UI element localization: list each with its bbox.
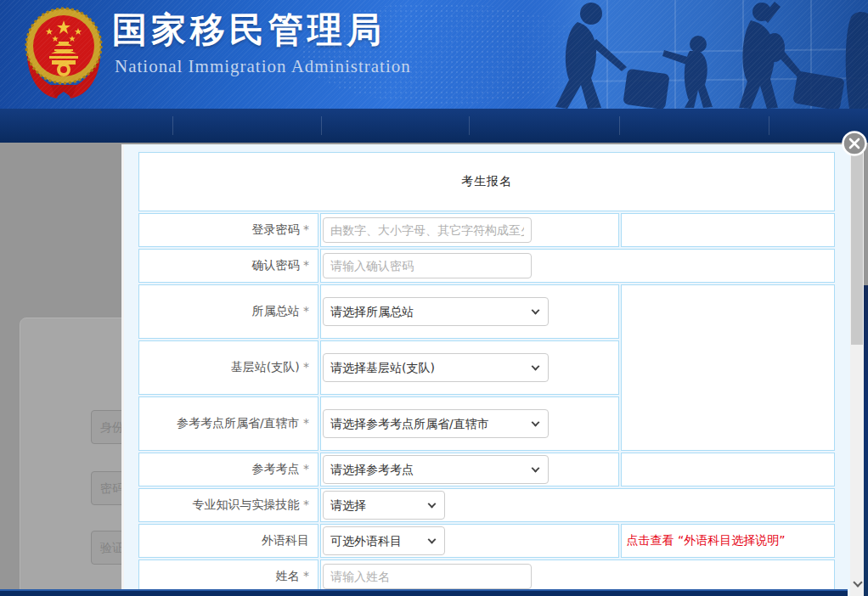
exam-site-select-wrap: 请选择参考考点 bbox=[323, 455, 549, 484]
scrollbar-thumb[interactable] bbox=[851, 146, 863, 345]
foreign-language-label: 外语科目 bbox=[138, 524, 318, 558]
main-nav[interactable] bbox=[0, 109, 868, 143]
confirm-password-input[interactable] bbox=[323, 253, 532, 278]
page-footer-bar bbox=[0, 589, 848, 596]
exam-province-select[interactable]: 请选择参考考点所属省/直辖市 bbox=[323, 409, 549, 438]
foreign-language-field-cell: 可选外语科目 bbox=[320, 524, 618, 558]
nav-divider bbox=[619, 116, 620, 135]
login-password-input[interactable] bbox=[323, 217, 532, 243]
national-emblem-icon bbox=[23, 2, 104, 102]
head-station-select-wrap: 请选择所属总站 bbox=[323, 297, 549, 326]
exam-province-field-cell: 请选择参考考点所属省/直辖市 bbox=[320, 396, 618, 451]
org-name-zh: 国家移民管理局 bbox=[112, 7, 386, 53]
professional-skill-field-cell: 请选择 bbox=[320, 488, 835, 522]
nav-divider bbox=[321, 116, 322, 135]
foreign-language-select[interactable]: 可选外语科目 bbox=[323, 526, 445, 555]
screen: 国家移民管理局 National Immigration Administrat… bbox=[0, 0, 868, 596]
required-marker: * bbox=[303, 416, 309, 430]
exam-site-note-cell bbox=[621, 453, 836, 486]
nav-divider bbox=[769, 116, 769, 135]
form-row-head-station: 所属总站 *请选择所属总站 bbox=[138, 284, 835, 339]
base-station-label: 基层站(支队) * bbox=[138, 340, 318, 395]
scroll-down-arrow-icon[interactable] bbox=[854, 579, 860, 586]
login-password-label: 登录密码 * bbox=[138, 213, 318, 247]
login-password-field-cell bbox=[320, 213, 618, 247]
required-marker: * bbox=[303, 360, 309, 374]
registration-modal: 考生报名 登录密码 *确认密码 *所属总站 *请选择所属总站基层站(支队) *请… bbox=[121, 144, 861, 596]
required-marker: * bbox=[303, 258, 309, 272]
exam-site-label: 参考考点 * bbox=[138, 453, 318, 486]
station-note-cell bbox=[621, 284, 836, 451]
head-station-select[interactable]: 请选择所属总站 bbox=[323, 297, 549, 326]
world-map-dots-decoration bbox=[302, 3, 599, 104]
form-row-professional-skill: 专业知识与实操技能 *请选择 bbox=[138, 488, 835, 522]
head-station-field-cell: 请选择所属总站 bbox=[320, 284, 618, 339]
confirm-password-label: 确认密码 * bbox=[138, 249, 318, 283]
form-row-exam-site: 参考考点 *请选择参考考点 bbox=[138, 453, 835, 486]
required-marker: * bbox=[303, 462, 309, 475]
foreign-language-note-cell: 点击查看 “外语科目选择说明” bbox=[621, 524, 836, 558]
professional-skill-select[interactable]: 请选择 bbox=[323, 491, 445, 520]
head-station-label: 所属总站 * bbox=[138, 284, 318, 339]
nav-divider bbox=[172, 116, 173, 135]
form-row-confirm-password: 确认密码 * bbox=[138, 249, 835, 283]
registration-form-table: 考生报名 登录密码 *确认密码 *所属总站 *请选择所属总站基层站(支队) *请… bbox=[137, 150, 837, 595]
name-field-cell bbox=[320, 559, 835, 593]
confirm-password-field-cell bbox=[320, 249, 835, 283]
required-marker: * bbox=[303, 569, 309, 582]
name-input[interactable] bbox=[323, 564, 532, 589]
foreign-language-select-wrap: 可选外语科目 bbox=[323, 526, 445, 555]
name-label: 姓名 * bbox=[138, 559, 318, 593]
nav-divider bbox=[469, 116, 470, 135]
exam-province-label: 参考考点所属省/直辖市 * bbox=[138, 396, 318, 451]
required-marker: * bbox=[303, 498, 309, 511]
travelers-photo bbox=[518, 0, 868, 109]
required-marker: * bbox=[303, 222, 309, 236]
form-row-login-password: 登录密码 * bbox=[138, 213, 835, 247]
exam-province-select-wrap: 请选择参考考点所属省/直辖市 bbox=[323, 409, 549, 438]
professional-skill-select-wrap: 请选择 bbox=[323, 491, 445, 520]
base-station-select-wrap: 请选择基层站(支队) bbox=[323, 353, 549, 382]
professional-skill-label: 专业知识与实操技能 * bbox=[138, 488, 318, 522]
modal-title-row: 考生报名 bbox=[138, 152, 835, 211]
form-row-name: 姓名 * bbox=[138, 559, 835, 593]
form-row-foreign-language: 外语科目 可选外语科目点击查看 “外语科目选择说明” bbox=[138, 524, 835, 558]
required-marker: * bbox=[303, 304, 309, 318]
login-password-note-cell bbox=[621, 213, 836, 247]
base-station-field-cell: 请选择基层站(支队) bbox=[320, 340, 618, 395]
site-header: 国家移民管理局 National Immigration Administrat… bbox=[0, 0, 868, 109]
base-station-select[interactable]: 请选择基层站(支队) bbox=[323, 353, 549, 382]
foreign-language-help-link[interactable]: 点击查看 “外语科目选择说明” bbox=[627, 533, 786, 547]
exam-site-select[interactable]: 请选择参考考点 bbox=[323, 455, 549, 484]
modal-close-button[interactable] bbox=[841, 130, 868, 157]
modal-title: 考生报名 bbox=[138, 152, 835, 211]
exam-site-field-cell: 请选择参考考点 bbox=[320, 453, 618, 486]
org-name-en: National Immigration Administration bbox=[115, 56, 411, 77]
modal-scrollbar[interactable] bbox=[850, 144, 864, 596]
